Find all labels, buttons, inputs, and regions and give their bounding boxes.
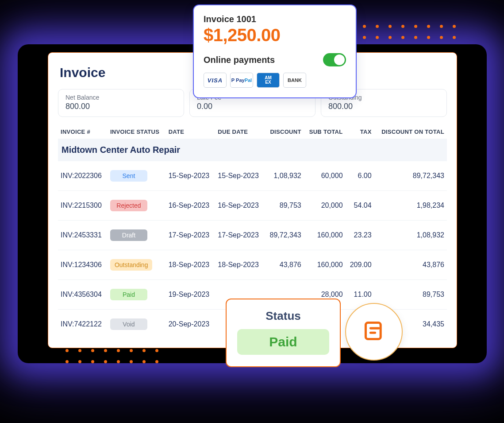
cell-discount: 43,876 bbox=[265, 250, 304, 280]
col-discount[interactable]: DISCOUNT bbox=[265, 125, 304, 139]
online-payments-toggle[interactable] bbox=[323, 53, 346, 66]
table-row[interactable]: INV:2453331Draft17-Sep-202317-Sep-202389… bbox=[58, 221, 447, 250]
group-name: Midtown Center Auto Repair bbox=[58, 139, 447, 161]
status-popup: Status Paid bbox=[226, 299, 341, 367]
payment-paypal-icon[interactable]: P PayPal bbox=[230, 73, 253, 88]
cell-tax: 209.00 bbox=[346, 250, 374, 280]
status-badge: Draft bbox=[110, 229, 147, 241]
decoration-dots-bottom bbox=[65, 349, 158, 363]
payment-bank-icon[interactable]: BANK bbox=[283, 73, 306, 88]
cell-invoice-number: INV:1234306 bbox=[58, 250, 108, 280]
cell-discount-on-total: 43,876 bbox=[374, 250, 447, 280]
cell-status: Paid bbox=[108, 280, 166, 310]
online-payments-label: Online payments bbox=[204, 55, 275, 65]
table-row[interactable]: INV:2022306Sent15-Sep-202315-Sep-20231,0… bbox=[58, 161, 447, 191]
status-badge: Void bbox=[110, 318, 147, 330]
status-badge: Rejected bbox=[110, 200, 147, 211]
table-row[interactable]: INV:2215300Rejected16-Sep-202316-Sep-202… bbox=[58, 191, 447, 221]
payment-visa-icon[interactable]: VISA bbox=[204, 73, 227, 88]
col-due-date[interactable]: DUE DATE bbox=[215, 125, 265, 139]
col-invoice-status[interactable]: INVOICE STATUS bbox=[108, 125, 166, 139]
cell-invoice-number: INV:2453331 bbox=[58, 221, 108, 250]
status-badge: Sent bbox=[110, 170, 147, 182]
cell-date: 15-Sep-2023 bbox=[166, 161, 215, 191]
brand-circle-badge[interactable] bbox=[345, 303, 403, 361]
cell-tax: 6.00 bbox=[346, 161, 374, 191]
cell-discount-on-total: 1,98,234 bbox=[374, 191, 447, 221]
cell-tax: 54.04 bbox=[346, 191, 374, 221]
col-discount-on-total[interactable]: DISCOUNT ON TOTAL bbox=[374, 125, 447, 139]
cell-subtotal: 60,000 bbox=[304, 161, 346, 191]
cell-discount: 89,72,343 bbox=[265, 221, 304, 250]
summary-value: 0.00 bbox=[197, 102, 308, 111]
col-date[interactable]: DATE bbox=[166, 125, 215, 139]
cell-status: Void bbox=[108, 310, 166, 339]
cell-date: 16-Sep-2023 bbox=[166, 191, 215, 221]
summary-label: Net Balance bbox=[65, 94, 177, 101]
cell-status: Outstanding bbox=[108, 250, 166, 280]
cell-invoice-number: INV:4356304 bbox=[58, 280, 108, 310]
cell-invoice-number: INV:2215300 bbox=[58, 191, 108, 221]
svg-rect-2 bbox=[369, 332, 376, 334]
cell-due-date: 18-Sep-2023 bbox=[215, 250, 265, 280]
svg-rect-1 bbox=[369, 327, 380, 330]
cell-discount-on-total: 1,08,932 bbox=[374, 221, 447, 250]
col-subtotal[interactable]: SUB TOTAL bbox=[304, 125, 346, 139]
cell-status: Rejected bbox=[108, 191, 166, 221]
invoice-popup-title: Invoice 1001 bbox=[204, 14, 346, 24]
group-header-row[interactable]: Midtown Center Auto Repair bbox=[58, 139, 447, 161]
cell-due-date: 16-Sep-2023 bbox=[215, 191, 265, 221]
summary-value: 800.00 bbox=[65, 102, 177, 111]
cell-discount: 89,753 bbox=[265, 191, 304, 221]
cell-discount-on-total: 89,72,343 bbox=[374, 161, 447, 191]
table-row[interactable]: INV:1234306Outstanding18-Sep-202318-Sep-… bbox=[58, 250, 447, 280]
payment-methods: VISA P PayPal AMEX BANK bbox=[204, 73, 346, 88]
cell-due-date: 17-Sep-2023 bbox=[215, 221, 265, 250]
cell-date: 20-Sep-2023 bbox=[166, 310, 215, 339]
payment-amex-icon[interactable]: AMEX bbox=[257, 73, 280, 88]
decoration-dots-top bbox=[363, 25, 456, 39]
cell-date: 18-Sep-2023 bbox=[166, 250, 215, 280]
cell-discount: 1,08,932 bbox=[265, 161, 304, 191]
status-popup-title: Status bbox=[237, 309, 329, 323]
status-badge: Outstanding bbox=[110, 259, 153, 271]
cell-subtotal: 160,000 bbox=[304, 250, 346, 280]
cell-subtotal: 20,000 bbox=[304, 191, 346, 221]
status-popup-value: Paid bbox=[237, 329, 329, 355]
cell-invoice-number: INV:2022306 bbox=[58, 161, 108, 191]
cell-status: Draft bbox=[108, 221, 166, 250]
invoice-detail-popup: Invoice 1001 $1,250.00 Online payments V… bbox=[193, 4, 357, 98]
cell-due-date: 15-Sep-2023 bbox=[215, 161, 265, 191]
invoice-popup-amount: $1,250.00 bbox=[204, 25, 346, 45]
cell-status: Sent bbox=[108, 161, 166, 191]
svg-rect-0 bbox=[365, 322, 381, 339]
cell-subtotal: 160,000 bbox=[304, 221, 346, 250]
wallet-icon bbox=[362, 319, 386, 345]
status-badge: Paid bbox=[110, 289, 147, 300]
cell-invoice-number: INV:7422122 bbox=[58, 310, 108, 339]
col-tax[interactable]: TAX bbox=[346, 125, 374, 139]
summary-value: 800.00 bbox=[328, 102, 439, 111]
summary-net-balance: Net Balance 800.00 bbox=[58, 89, 184, 117]
table-header-row: INVOICE # INVOICE STATUS DATE DUE DATE D… bbox=[58, 125, 447, 139]
cell-tax: 23.23 bbox=[346, 221, 374, 250]
col-invoice-number[interactable]: INVOICE # bbox=[58, 125, 108, 139]
cell-date: 17-Sep-2023 bbox=[166, 221, 215, 250]
cell-date: 19-Sep-2023 bbox=[166, 280, 215, 310]
